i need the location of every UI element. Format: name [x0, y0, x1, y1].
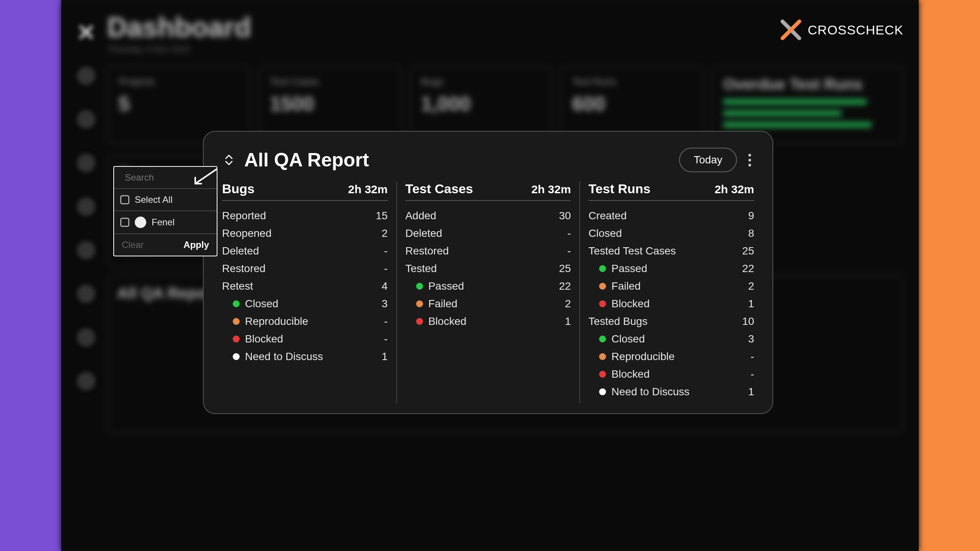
- column-title: Bugs: [222, 181, 255, 196]
- metric-row: Closed3: [588, 330, 754, 348]
- clock-icon[interactable]: [77, 241, 95, 259]
- metric-value: 8: [748, 227, 754, 240]
- brand-logo: CROSSCHECK: [779, 18, 903, 41]
- metric-value: 25: [559, 262, 571, 275]
- metric-label: Blocked: [611, 368, 650, 380]
- metric-value: -: [567, 245, 571, 257]
- metric-value: 2: [382, 227, 388, 240]
- avatar: [135, 217, 146, 228]
- status-dot-icon: [599, 388, 606, 395]
- page-subtitle: Thursday, 9 Nov 2023: [107, 44, 903, 54]
- status-dot-icon: [599, 353, 606, 360]
- metric-value: 2: [565, 298, 571, 310]
- select-all-checkbox[interactable]: [120, 195, 129, 204]
- app-logo-icon[interactable]: [77, 23, 95, 41]
- metric-label: Reproducible: [245, 315, 308, 328]
- metric-label: Closed: [588, 227, 622, 240]
- metric-row: Blocked1: [588, 295, 754, 313]
- metric-label: Closed: [611, 333, 645, 345]
- metric-row: Closed3: [222, 295, 388, 313]
- today-button[interactable]: Today: [679, 148, 737, 172]
- metric-row: Reproducible-: [222, 313, 388, 330]
- search-input[interactable]: [125, 172, 239, 183]
- circle-icon[interactable]: [77, 285, 95, 303]
- metric-value: -: [751, 350, 754, 363]
- metric-row: Tested Test Cases25: [588, 242, 754, 260]
- metric-value: 3: [382, 298, 388, 310]
- metric-row: Deleted-: [222, 242, 388, 260]
- metric-value: 1: [382, 350, 388, 363]
- metric-row: Retest4: [222, 277, 388, 295]
- metric-label: Reopened: [222, 227, 271, 240]
- crosscheck-x-icon: [779, 18, 802, 41]
- column-time: 2h 32m: [531, 183, 571, 196]
- metric-value: -: [567, 227, 571, 240]
- metric-label: Closed: [245, 298, 278, 310]
- metric-row: Reproducible-: [588, 348, 754, 365]
- metric-value: 2: [748, 280, 754, 292]
- target-icon[interactable]: [77, 67, 95, 85]
- metric-value: -: [384, 262, 387, 275]
- metric-value: -: [751, 368, 754, 380]
- select-all-label: Select All: [135, 194, 173, 205]
- modal-title: All QA Report: [244, 149, 369, 171]
- sort-icon[interactable]: [222, 153, 236, 167]
- column-time: 2h 32m: [348, 183, 387, 196]
- grid-icon[interactable]: [77, 372, 95, 390]
- metric-label: Added: [405, 210, 436, 222]
- house-icon[interactable]: [77, 154, 95, 172]
- metric-label: Failed: [611, 280, 640, 292]
- metric-label: Need to Discuss: [611, 386, 689, 398]
- status-dot-icon: [416, 283, 423, 290]
- annotation-arrow: [193, 168, 218, 187]
- report-column: Test Cases2h 32mAdded30Deleted-Restored-…: [397, 181, 580, 403]
- sidebar: [69, 0, 103, 551]
- clear-button[interactable]: Clear: [122, 240, 144, 250]
- metric-row: Added30: [405, 207, 571, 225]
- metric-value: -: [384, 245, 387, 257]
- apply-button[interactable]: Apply: [183, 240, 209, 250]
- user-filter-row[interactable]: Fenel: [114, 211, 217, 234]
- column-title: Test Cases: [405, 181, 473, 196]
- metric-label: Passed: [428, 280, 464, 292]
- metric-row: Blocked-: [222, 330, 388, 348]
- left-accent-bar: [0, 0, 61, 551]
- metric-row: Restored-: [405, 242, 571, 260]
- metric-label: Tested Bugs: [588, 315, 647, 328]
- user-checkbox[interactable]: [120, 218, 129, 227]
- metric-row: Restored-: [222, 260, 388, 277]
- metric-label: Restored: [405, 245, 449, 257]
- status-dot-icon: [599, 283, 606, 290]
- metric-row: Closed8: [588, 225, 754, 242]
- metric-label: Created: [588, 210, 627, 222]
- edit-icon[interactable]: [77, 197, 95, 216]
- metric-row: Reported15: [222, 207, 388, 225]
- right-accent-bar: [919, 0, 980, 551]
- select-all-row[interactable]: Select All: [114, 189, 217, 211]
- metric-value: 9: [748, 210, 754, 222]
- status-dot-icon: [599, 265, 606, 272]
- metric-label: Need to Discuss: [245, 350, 323, 363]
- metric-label: Blocked: [611, 298, 650, 310]
- home-icon[interactable]: [77, 110, 95, 129]
- metric-row: Need to Discuss1: [222, 348, 388, 365]
- status-dot-icon: [233, 318, 240, 325]
- brand-text: CROSSCHECK: [808, 23, 903, 37]
- report-column: Bugs2h 32mReported15Reopened2Deleted-Res…: [222, 181, 397, 403]
- metric-label: Reported: [222, 210, 266, 222]
- metric-label: Reproducible: [611, 350, 675, 363]
- metric-row: Tested Bugs10: [588, 313, 754, 330]
- status-dot-icon: [599, 336, 606, 342]
- more-menu-icon[interactable]: [745, 151, 754, 170]
- status-dot-icon: [416, 300, 423, 307]
- metric-value: 15: [376, 210, 388, 222]
- metric-label: Restored: [222, 262, 266, 275]
- status-dot-icon: [233, 353, 240, 360]
- metric-value: 1: [748, 298, 754, 310]
- report-column: Test Runs2h 32mCreated9Closed8Tested Tes…: [580, 181, 754, 403]
- metric-row: Need to Discuss1: [588, 383, 754, 401]
- metric-label: Tested Test Cases: [588, 245, 676, 257]
- metric-value: 4: [382, 280, 388, 292]
- search-nav-icon[interactable]: [77, 328, 95, 347]
- metric-label: Blocked: [428, 315, 467, 328]
